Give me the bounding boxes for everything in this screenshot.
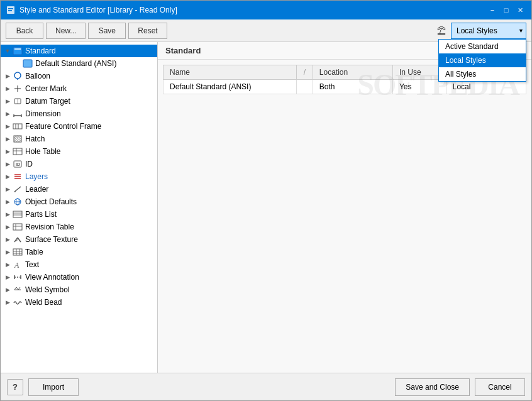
- revision-table-icon: [12, 222, 23, 232]
- dropdown-item-all-styles[interactable]: All Styles: [439, 67, 526, 81]
- expander-standard[interactable]: ▼: [3, 48, 12, 54]
- expander-surface-texture[interactable]: ▶: [3, 236, 12, 243]
- svg-point-6: [14, 72, 21, 79]
- dropdown-item-active-standard[interactable]: Active Standard: [439, 40, 526, 53]
- filter-icon[interactable]: ⛱: [435, 26, 448, 36]
- svg-rect-37: [13, 211, 22, 217]
- tree-item-weld-bead[interactable]: ▶ Weld Bead: [1, 296, 157, 309]
- tree-label-object-defaults: Object Defaults: [25, 197, 77, 206]
- window-title: Style and Standard Editor [Library - Rea…: [19, 6, 177, 14]
- tree-item-text[interactable]: ▶ A Text: [1, 258, 157, 271]
- id-icon: ID: [12, 159, 23, 169]
- expander-center-mark[interactable]: ▶: [3, 85, 12, 92]
- tree-item-parts-list[interactable]: ▶ Parts List: [1, 208, 157, 221]
- tree-item-fcf[interactable]: ▶ Feature Control Frame: [1, 120, 157, 133]
- tree-item-default-standard[interactable]: Default Standard (ANSI): [1, 57, 157, 70]
- tree-item-standard[interactable]: ▼ Standard: [1, 45, 157, 57]
- svg-rect-5: [23, 60, 32, 67]
- reset-button[interactable]: Reset: [128, 23, 167, 39]
- tree-item-view-annotation[interactable]: ▶ View Annotation: [1, 271, 157, 283]
- cell-inuse: Yes: [392, 80, 446, 94]
- expander-view-annotation[interactable]: ▶: [3, 274, 12, 280]
- expander-revision-table[interactable]: ▶: [3, 224, 12, 230]
- tree-item-layers[interactable]: ▶ Layers: [1, 170, 157, 183]
- save-button[interactable]: Save: [88, 23, 126, 39]
- bottom-right: Save and Close Cancel: [395, 378, 525, 396]
- expander-weld-bead[interactable]: ▶: [3, 299, 12, 305]
- expander-id[interactable]: ▶: [3, 161, 12, 167]
- expander-hole-table[interactable]: ▶: [3, 148, 12, 155]
- expander-hatch[interactable]: ▶: [3, 136, 12, 142]
- balloon-icon: [12, 71, 23, 81]
- tree-item-object-defaults[interactable]: ▶ Object Defaults: [1, 195, 157, 208]
- expander-table[interactable]: ▶: [3, 249, 12, 255]
- tree-item-table[interactable]: ▶ Table: [1, 246, 157, 258]
- tree-label-table: Table: [25, 248, 43, 256]
- expander-parts-list[interactable]: ▶: [3, 211, 12, 217]
- title-bar-left: Style and Standard Editor [Library - Rea…: [6, 5, 177, 15]
- col-header-slash: /: [296, 65, 313, 80]
- main-content: ▼ Standard Default Standard (ANSI) ▶: [1, 42, 531, 373]
- parts-list-icon: [12, 209, 23, 219]
- tree-item-balloon[interactable]: ▶ Balloon: [1, 70, 157, 82]
- bottom-left: ? Import: [7, 378, 79, 396]
- tree-label-text: Text: [25, 260, 39, 269]
- tree-item-datum-target[interactable]: ▶ Datum Target: [1, 95, 157, 107]
- expander-layers[interactable]: ▶: [3, 173, 12, 180]
- weld-symbol-icon: [12, 285, 23, 295]
- expander-weld-symbol[interactable]: ▶: [3, 287, 12, 293]
- tree-label-datum-target: Datum Target: [25, 97, 70, 106]
- cancel-button[interactable]: Cancel: [475, 378, 525, 396]
- tree-label-default-standard: Default Standard (ANSI): [35, 59, 116, 68]
- tree-item-center-mark[interactable]: ▶ Center Mark: [1, 82, 157, 95]
- expander-dimension[interactable]: ▶: [3, 111, 12, 117]
- tree-label-hole-table: Hole Table: [25, 147, 60, 156]
- table-row[interactable]: Default Standard (ANSI) Both Yes Local: [163, 80, 526, 94]
- tree-item-weld-symbol[interactable]: ▶ Weld Symbol: [1, 283, 157, 296]
- help-button[interactable]: ?: [7, 379, 23, 395]
- expander-default: [13, 60, 22, 67]
- tree-item-revision-table[interactable]: ▶ Revision Table: [1, 221, 157, 233]
- expander-object-defaults[interactable]: ▶: [3, 199, 12, 205]
- back-button[interactable]: Back: [6, 23, 43, 39]
- styles-dropdown-container: Local Styles ▼ Active Standard Local Sty…: [451, 23, 526, 39]
- dropdown-selected-text: Local Styles: [457, 26, 497, 35]
- expander-balloon[interactable]: ▶: [3, 73, 12, 79]
- dropdown-display[interactable]: Local Styles ▼: [451, 23, 526, 39]
- tree-item-leader[interactable]: ▶ Leader: [1, 183, 157, 195]
- title-bar: Style and Standard Editor [Library - Rea…: [1, 1, 531, 19]
- datum-icon: [12, 96, 23, 106]
- new-button[interactable]: New...: [46, 23, 86, 39]
- close-button[interactable]: ✕: [514, 4, 526, 16]
- svg-text:A: A: [14, 261, 19, 269]
- tree-item-surface-texture[interactable]: ▶ ✓ Surface Texture: [1, 233, 157, 246]
- svg-line-57: [16, 287, 18, 290]
- dropdown-item-local-styles[interactable]: Local Styles: [439, 53, 526, 67]
- leader-icon: [12, 184, 23, 194]
- standard-icon: [12, 46, 23, 56]
- tree-item-id[interactable]: ▶ ID ID: [1, 158, 157, 170]
- cell-slash: [296, 80, 313, 94]
- tree-label-revision-table: Revision Table: [25, 222, 74, 231]
- tree-item-hatch[interactable]: ▶ Hatch: [1, 133, 157, 145]
- maximize-button[interactable]: □: [500, 4, 513, 16]
- svg-line-56: [14, 287, 16, 290]
- center-mark-icon: [12, 84, 23, 94]
- dropdown-popup: Active Standard Local Styles All Styles: [438, 39, 526, 82]
- svg-line-32: [14, 187, 21, 192]
- save-close-button[interactable]: Save and Close: [395, 378, 470, 396]
- tree-item-dimension[interactable]: ▶ Dimension: [1, 107, 157, 120]
- layers-icon: [12, 172, 23, 182]
- table-icon: [12, 247, 23, 257]
- minimize-button[interactable]: −: [486, 4, 499, 16]
- expander-fcf[interactable]: ▶: [3, 123, 12, 129]
- import-button[interactable]: Import: [28, 378, 79, 396]
- title-controls: − □ ✕: [486, 4, 526, 16]
- expander-leader[interactable]: ▶: [3, 186, 12, 192]
- app-icon: [6, 5, 16, 15]
- expander-text[interactable]: ▶: [3, 261, 12, 268]
- tree-item-hole-table[interactable]: ▶ Hole Table: [1, 145, 157, 158]
- expander-datum[interactable]: ▶: [3, 98, 12, 104]
- tree-label-leader: Leader: [25, 185, 48, 194]
- svg-line-58: [18, 287, 20, 290]
